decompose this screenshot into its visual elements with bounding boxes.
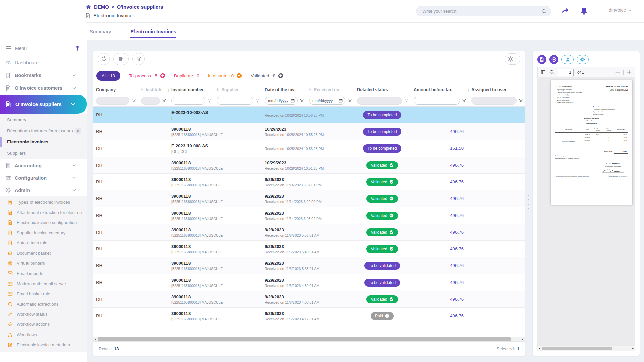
table-row[interactable]: RH 39000118 [52251165800018] MAJUSCULE 9… [93,308,525,324]
funnel-icon[interactable] [162,98,166,103]
plus-circle-icon[interactable] [236,73,242,78]
sidebar-admin-item[interactable]: Workflows [0,329,87,340]
scroll-left-arrow[interactable]: ◄ [537,347,542,350]
column-header-company[interactable]: Company [93,87,138,92]
sidebar-item-oinvoice-customers[interactable]: O'Invoice customers [0,82,87,95]
global-search[interactable] [416,6,551,16]
zoom-in-icon[interactable] [627,70,632,75]
column-header-assigned[interactable]: Assigned to user [468,87,525,92]
user-menu[interactable]: dinvoice [609,7,632,13]
sidebar-admin-item[interactable]: Modern auth email server [0,279,87,289]
pdf-download-button[interactable] [537,55,546,64]
sidebar-admin-item[interactable]: Attachment extraction for electron [0,207,87,217]
scroll-left-arrow[interactable]: ◄ [93,337,97,341]
scroll-right-arrow[interactable]: ► [521,337,525,341]
table-row[interactable]: RH 39000118 [52251165800018] MAJUSCULE 9… [93,274,525,291]
sidebar-admin-item[interactable]: Workflow status [0,309,87,319]
zoom-out-icon[interactable] [615,70,620,75]
supplier-filter-input[interactable] [217,97,253,105]
sidebar-item-oinvoice-suppliers[interactable]: O'Invoice suppliers [0,95,87,114]
amount-link[interactable]: 496.76 [450,297,464,302]
sidebar-item-configuration[interactable]: Configuration [0,172,87,184]
table-row[interactable]: RH 39000118 [52251165800018] MAJUSCULE 9… [93,174,525,190]
page-number-input[interactable] [558,69,574,76]
chip-in-dispute[interactable]: In dispute : 0 [208,73,242,78]
sidebar-item-electronic-invoices[interactable]: Electronic Invoices [0,136,87,147]
date-filter-input[interactable]: mm/dd/yyyy [265,97,298,105]
panel-resize-handle[interactable] [527,195,530,209]
table-settings-button[interactable] [505,53,520,65]
table-row[interactable]: RH E-2023-10-008-AS [OCI] OCI Received o… [93,140,525,157]
amount-link[interactable]: 496.76 [450,129,464,134]
search-icon[interactable] [541,9,547,14]
scrollbar-thumb[interactable] [98,337,511,341]
sidebar-admin-item[interactable]: Virtual printers [0,258,87,268]
viewer-settings-button[interactable] [577,55,589,64]
sidebar-admin-item[interactable]: Automatic extractions [0,299,87,309]
assign-user-button[interactable] [561,55,574,64]
horizontal-scrollbar[interactable]: ◄ ► [93,337,525,341]
sidebar-admin-item[interactable]: Document basket [0,248,87,258]
scrollbar-thumb[interactable] [542,347,612,350]
column-header-institution[interactable]: Instituti... [138,87,168,92]
funnel-icon[interactable] [347,98,352,103]
sidebar-item-accounting[interactable]: Accounting [0,159,87,172]
funnel-icon[interactable] [131,98,136,103]
columns-button[interactable] [113,53,129,65]
sidebar-admin-item[interactable]: Auto attach rule [0,238,87,248]
home-icon[interactable] [86,4,91,9]
sidebar-admin-item[interactable]: Workflow actions [0,319,87,329]
scroll-right-arrow[interactable]: ► [631,347,635,350]
breadcrumb-section[interactable]: O'Invoice suppliers [117,4,163,10]
sidebar-item-receptions[interactable]: Réceptions factures fournisseurs 0 [0,125,87,136]
amount-link[interactable]: 496.76 [450,179,464,184]
chip-validated[interactable]: Validated : 8 [251,73,283,78]
column-header-invoice-number[interactable]: Invoice number [168,87,214,92]
table-row[interactable]: RH 39000118 [52251165800018] MAJUSCULE 9… [93,190,525,207]
column-header-supplier[interactable]: Supplier [214,87,262,92]
table-row[interactable]: RH 39000118 [52251165800018] MAJUSCULE 1… [93,157,525,174]
amount-filter-input[interactable] [414,97,460,105]
table-row[interactable]: RH 39000118 [52251165800018] MAJUSCULE 9… [93,241,525,257]
plus-circle-icon[interactable] [278,73,283,78]
sidebar-admin-item[interactable]: Email basket rule [0,289,87,299]
column-header-received[interactable]: Received on [306,87,354,92]
amount-link[interactable]: 496.76 [450,196,464,201]
funnel-icon[interactable] [519,98,523,103]
sidebar-item-summary[interactable]: Summary [0,114,87,125]
chip-to-process[interactable]: To process : 5 [129,73,165,78]
funnel-icon[interactable] [462,98,466,103]
invoice-number-filter-input[interactable] [171,97,205,105]
notifications-bell-icon[interactable] [580,7,588,15]
table-row[interactable]: RH 39000118 [52251165800018] MAJUSCULE 9… [93,224,525,241]
tab-summary[interactable]: Summary [90,28,111,38]
open-document-button[interactable] [549,55,558,64]
sidebar-item-suppliers[interactable]: Suppliers [0,147,87,159]
amount-link[interactable]: 161.50 [450,146,464,151]
amount-link[interactable]: 496.76 [450,230,464,235]
tab-electronic-invoices[interactable]: Electronic Invoices [130,28,176,38]
table-row[interactable]: RH 39000118 [52251165800018] MAJUSCULE 9… [93,257,525,274]
filter-button[interactable] [132,53,145,65]
chip-all[interactable]: All : 13 [96,71,120,81]
sidebar-item-dashboard[interactable]: Dashboard [0,56,87,69]
plus-circle-icon[interactable] [160,73,165,78]
received-filter-input[interactable]: mm/dd/yyyy [309,97,345,105]
amount-link[interactable]: 496.76 [450,313,464,318]
column-header-status[interactable]: Detailed status [354,87,411,92]
amount-link[interactable]: 496.76 [450,246,464,251]
hamburger-icon[interactable] [6,46,11,51]
pdf-horizontal-scrollbar[interactable]: ◄ ► [537,346,635,351]
amount-link[interactable]: - [462,112,464,117]
sidebar-item-admin[interactable]: Admin [0,184,87,196]
pin-icon[interactable] [75,46,80,51]
pdf-viewport[interactable]: Laetitia WERNERT- EI Psychologue clinici… [537,77,635,346]
sidebar-toggle-icon[interactable] [541,70,546,75]
table-row[interactable]: RH 39000118 [52251165800018] MAJUSCULE 9… [93,207,525,224]
sidebar-admin-item[interactable]: Supplier invoice category [0,228,87,238]
amount-link[interactable]: 496.76 [450,280,464,285]
funnel-icon[interactable] [255,98,260,103]
column-header-date[interactable]: Date of the inv... [262,87,306,92]
chip-duplicate[interactable]: Duplicate : 0 [174,73,199,78]
sidebar-admin-item[interactable]: Electronic invoice configuration [0,218,87,228]
